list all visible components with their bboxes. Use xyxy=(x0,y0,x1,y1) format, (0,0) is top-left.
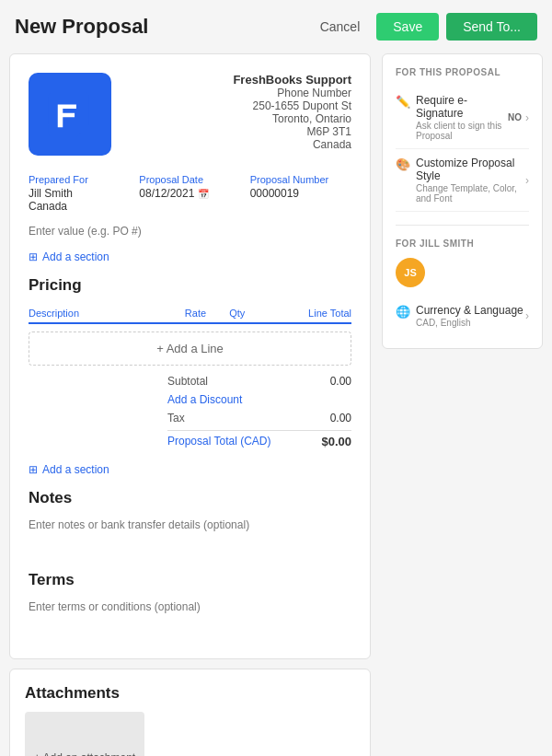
proposal-number-field: Proposal Number 00000019 xyxy=(250,174,351,213)
currency-title: Currency & Language xyxy=(416,304,523,317)
subtotal-row: Subtotal 0.00 xyxy=(167,373,351,390)
company-address3: M6P 3T1 xyxy=(233,125,351,138)
attachments-card: Attachments + Add an attachment xyxy=(9,669,371,756)
add-section-link-2[interactable]: ⊞ Add a section xyxy=(29,463,351,476)
currency-setting[interactable]: 🌐 Currency & Language CAD, English › xyxy=(396,297,529,335)
prepared-for-label: Prepared For xyxy=(29,174,130,185)
total-row: Proposal Total (CAD) $0.00 xyxy=(167,430,351,450)
add-section-icon-2: ⊞ xyxy=(29,463,38,476)
proposal-date-label: Proposal Date xyxy=(139,174,240,185)
esignature-chevron: › xyxy=(525,111,529,124)
reference-field[interactable] xyxy=(29,224,351,238)
proposal-date-value[interactable]: 08/12/2021 📅 xyxy=(139,187,240,200)
pricing-title: Pricing xyxy=(29,276,351,295)
proposal-number-label: Proposal Number xyxy=(250,174,351,185)
company-logo xyxy=(29,73,111,156)
cancel-button[interactable]: Cancel xyxy=(311,13,370,41)
proposal-number-value: 00000019 xyxy=(250,187,351,200)
for-this-proposal-label: FOR THIS PROPOSAL xyxy=(396,67,529,77)
prepared-for-field: Prepared For Jill Smith Canada xyxy=(29,174,130,213)
tax-row: Tax 0.00 xyxy=(167,410,351,426)
add-attachment-button[interactable]: + Add an attachment xyxy=(25,712,144,756)
esignature-title: Require e-Signature xyxy=(416,94,508,120)
pricing-section: Pricing Description Rate Qty Line Total … xyxy=(29,276,351,450)
calendar-icon: 📅 xyxy=(198,189,209,199)
settings-card: FOR THIS PROPOSAL ✏️ Require e-Signature… xyxy=(382,53,543,349)
totals-section: Subtotal 0.00 Add a Discount Tax 0.00 Pr… xyxy=(29,373,351,450)
company-address4: Canada xyxy=(233,138,351,151)
terms-input[interactable] xyxy=(29,600,351,637)
notes-section: Notes xyxy=(29,489,351,558)
save-button[interactable]: Save xyxy=(376,13,439,41)
currency-chevron: › xyxy=(525,309,529,322)
style-sub: Change Template, Color, and Font xyxy=(416,183,525,204)
page-title: New Proposal xyxy=(15,15,148,39)
discount-label[interactable]: Add a Discount xyxy=(167,393,242,406)
for-user-label: FOR JILL SMITH xyxy=(396,238,529,249)
add-section-label-2: Add a section xyxy=(42,463,109,476)
subtotal-label: Subtotal xyxy=(167,375,208,388)
reference-input[interactable] xyxy=(29,225,351,238)
add-section-label: Add a section xyxy=(42,250,109,263)
notes-title: Notes xyxy=(29,489,351,507)
user-section: JS xyxy=(396,258,529,287)
company-address1: 250-1655 Dupont St xyxy=(233,99,351,112)
style-icon: 🎨 xyxy=(396,157,410,171)
company-address2: Toronto, Ontario xyxy=(233,112,351,125)
header-actions: Cancel Save Send To... xyxy=(311,13,537,41)
esignature-icon: ✏️ xyxy=(396,95,410,109)
col-qty: Qty xyxy=(206,304,245,323)
company-phone: Phone Number xyxy=(233,87,351,99)
add-line-button[interactable]: + Add a Line xyxy=(29,331,351,366)
subtotal-value: 0.00 xyxy=(330,375,351,388)
esignature-sub: Ask client to sign this Proposal xyxy=(416,121,508,141)
tax-value: 0.00 xyxy=(330,412,351,425)
style-chevron: › xyxy=(525,174,529,187)
esignature-setting[interactable]: ✏️ Require e-Signature Ask client to sig… xyxy=(396,87,529,149)
company-name: FreshBooks Support xyxy=(233,73,351,87)
left-content: FreshBooks Support Phone Number 250-1655… xyxy=(9,53,371,756)
user-avatar: JS xyxy=(396,258,425,287)
terms-section: Terms xyxy=(29,571,351,640)
style-title: Customize Proposal Style xyxy=(416,157,525,182)
total-label: Proposal Total (CAD) xyxy=(167,435,271,448)
company-header: FreshBooks Support Phone Number 250-1655… xyxy=(29,73,351,156)
terms-title: Terms xyxy=(29,571,351,589)
add-section-link[interactable]: ⊞ Add a section xyxy=(29,250,351,263)
sidebar-divider xyxy=(396,225,529,226)
col-description: Description xyxy=(29,304,154,323)
currency-sub: CAD, English xyxy=(416,318,523,328)
col-rate: Rate xyxy=(154,304,206,323)
proposal-date-field: Proposal Date 08/12/2021 📅 xyxy=(139,174,240,213)
pricing-table: Description Rate Qty Line Total xyxy=(29,304,351,324)
prepared-for-value: Jill Smith Canada xyxy=(29,187,130,213)
main-layout: FreshBooks Support Phone Number 250-1655… xyxy=(0,53,552,756)
settings-sidebar: FOR THIS PROPOSAL ✏️ Require e-Signature… xyxy=(382,53,543,756)
send-button[interactable]: Send To... xyxy=(446,13,537,41)
currency-icon: 🌐 xyxy=(396,305,410,319)
discount-row[interactable]: Add a Discount xyxy=(167,391,351,408)
total-value: $0.00 xyxy=(321,435,351,448)
document-card: FreshBooks Support Phone Number 250-1655… xyxy=(9,53,371,659)
company-info: FreshBooks Support Phone Number 250-1655… xyxy=(233,73,351,151)
col-line-total: Line Total xyxy=(245,304,351,323)
add-section-icon: ⊞ xyxy=(29,250,38,263)
attachments-title: Attachments xyxy=(25,684,355,703)
tax-label: Tax xyxy=(167,412,185,425)
proposal-meta: Prepared For Jill Smith Canada Proposal … xyxy=(29,174,351,213)
page-header: New Proposal Cancel Save Send To... xyxy=(0,0,552,53)
notes-input[interactable] xyxy=(29,518,351,555)
style-setting[interactable]: 🎨 Customize Proposal Style Change Templa… xyxy=(396,149,529,212)
esignature-badge: NO xyxy=(508,112,522,122)
